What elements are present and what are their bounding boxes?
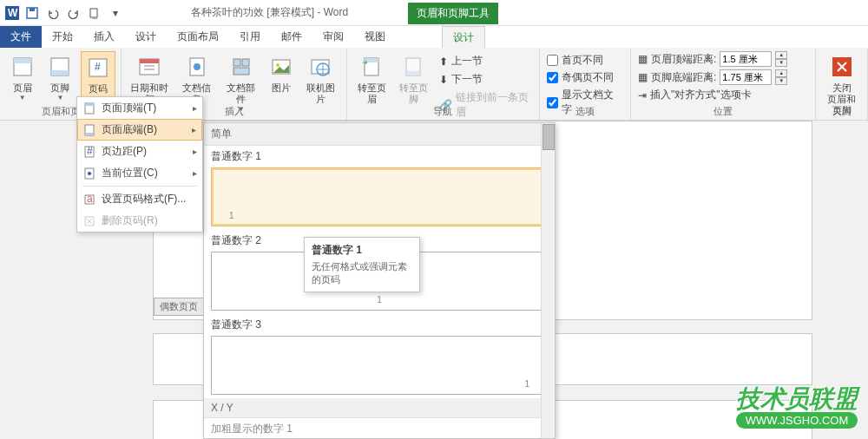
svg-text:#: # [95, 61, 101, 73]
page-bottom-icon [82, 123, 96, 137]
gallery-item-plain1[interactable]: 普通数字 1 1 [204, 146, 555, 230]
tab-insert[interactable]: 插入 [83, 26, 125, 48]
diff-first-checkbox[interactable]: 首页不同 [547, 53, 623, 68]
dd-separator [82, 186, 197, 187]
even-footer-tag: 偶数页页 [154, 298, 204, 316]
dd-page-bottom[interactable]: 页面底端(B)▸ [77, 119, 202, 141]
tab-mailings[interactable]: 邮件 [271, 26, 312, 48]
goto-footer-icon [399, 53, 427, 81]
svg-rect-30 [85, 103, 94, 106]
tooltip-title: 普通数字 1 [312, 243, 412, 258]
goto-footer-button[interactable]: 转至页脚 [394, 51, 432, 107]
current-pos-icon [82, 167, 96, 180]
gallery-item-plain3[interactable]: 普通数字 3 1 [204, 314, 555, 398]
chevron-right-icon: ▸ [193, 147, 197, 156]
docinfo-icon [183, 53, 211, 81]
prev-icon: ⬆ [439, 56, 448, 68]
contextual-tab-header: 页眉和页脚工具 [408, 0, 498, 26]
chevron-right-icon: ▸ [193, 103, 197, 113]
header-spin-down[interactable]: ▼ [775, 59, 787, 67]
svg-text:#: # [87, 146, 93, 157]
redo-icon[interactable] [64, 3, 83, 23]
svg-rect-32 [85, 133, 94, 135]
picture-button[interactable]: 图片 [266, 51, 297, 95]
gallery-item-bold1[interactable]: 加粗显示的数字 1 [204, 418, 555, 439]
svg-rect-6 [14, 58, 31, 63]
svg-text:W: W [8, 7, 18, 19]
gallery-header-xy: X / Y [204, 398, 555, 418]
header-icon [9, 53, 36, 81]
footer-bottom-label: 页脚底端距离: [651, 70, 716, 85]
word-app-icon: W [3, 4, 21, 22]
tab-view[interactable]: 视图 [354, 26, 396, 48]
dd-current-position[interactable]: 当前位置(C)▸ [77, 162, 202, 184]
dd-page-margins[interactable]: # 页边距(P)▸ [77, 141, 202, 162]
qat-customize-icon[interactable]: ▾ [106, 3, 125, 23]
svg-point-16 [194, 63, 201, 70]
tab-review[interactable]: 审阅 [312, 26, 354, 48]
tab-design[interactable]: 设计 [125, 26, 167, 48]
tooltip-body: 无任何格式或强调元素的页码 [312, 260, 412, 286]
footer-bottom-input[interactable] [720, 69, 772, 85]
tab-hf-design[interactable]: 设计 [442, 26, 485, 48]
svg-rect-3 [30, 8, 35, 11]
header-top-input[interactable] [720, 51, 772, 67]
footer-spin-down[interactable]: ▼ [775, 77, 787, 85]
svg-text:a: a [87, 193, 93, 205]
header-button[interactable]: 页眉▼ [5, 51, 40, 103]
ribbon-tabs: 文件 开始 插入 设计 页面布局 引用 邮件 审阅 视图 设计 [0, 26, 868, 48]
page-number-icon: # [84, 54, 112, 82]
svg-rect-17 [233, 59, 240, 66]
insert-align-tab-button[interactable]: ⇥ 插入"对齐方式"选项卡 [638, 88, 808, 102]
svg-point-21 [276, 63, 279, 67]
next-section-button[interactable]: ⬇下一节 [437, 71, 531, 88]
page-margins-icon: # [82, 145, 96, 159]
svg-rect-12 [140, 59, 159, 63]
quickparts-icon [227, 53, 255, 81]
datetime-icon [135, 53, 163, 81]
align-tab-icon: ⇥ [638, 89, 647, 102]
dd-format-page-number[interactable]: a 设置页码格式(F)... [77, 188, 202, 210]
svg-rect-27 [406, 71, 420, 75]
close-icon [828, 53, 856, 81]
gallery-tooltip: 普通数字 1 无任何格式或强调元素的页码 [304, 237, 420, 292]
footer-spin-up[interactable]: ▲ [775, 69, 787, 77]
tab-layout[interactable]: 页面布局 [167, 26, 229, 48]
svg-point-36 [88, 172, 91, 175]
picture-icon [267, 53, 295, 81]
diff-oddeven-checkbox[interactable]: 奇偶页不同 [547, 70, 623, 85]
qat-more-icon[interactable] [85, 3, 104, 23]
chevron-right-icon: ▸ [193, 168, 197, 178]
footer-button[interactable]: 页脚▼ [43, 51, 78, 103]
group-label-position: 位置 [631, 105, 815, 118]
goto-header-icon [358, 53, 385, 81]
prev-section-button[interactable]: ⬆上一节 [437, 53, 531, 69]
online-picture-button[interactable]: 联机图片 [300, 51, 341, 107]
title-bar: W ▾ 各种茶叶的功效 [兼容模式] - Word 页眉和页脚工具 [0, 0, 868, 26]
gallery-scrollbar[interactable] [541, 123, 555, 438]
tab-references[interactable]: 引用 [229, 26, 271, 48]
tab-file[interactable]: 文件 [0, 26, 42, 48]
header-spin-up[interactable]: ▲ [775, 51, 787, 59]
next-icon: ⬇ [439, 74, 448, 86]
dd-page-top[interactable]: 页面顶端(T)▸ [77, 97, 202, 119]
header-top-label: 页眉顶端距离: [651, 52, 716, 67]
svg-rect-4 [90, 9, 97, 17]
footer-bottom-icon: ▦ [638, 71, 648, 83]
svg-rect-22 [312, 60, 329, 74]
page-number-dropdown: 页面顶端(T)▸ 页面底端(B)▸ # 页边距(P)▸ 当前位置(C)▸ a 设… [76, 96, 203, 233]
undo-icon[interactable] [43, 3, 62, 23]
chevron-right-icon: ▸ [192, 125, 196, 134]
format-icon: a [82, 193, 96, 206]
group-label-close: 关闭 [816, 105, 867, 118]
page-top-icon [82, 102, 96, 115]
tab-home[interactable]: 开始 [42, 26, 83, 48]
save-icon[interactable] [23, 3, 42, 23]
group-label-options: 选项 [540, 105, 630, 118]
footer-icon [46, 53, 74, 81]
goto-header-button[interactable]: 转至页眉 [352, 51, 391, 107]
watermark: 技术员联盟 WWW.JSGHO.COM [736, 383, 858, 429]
group-label-nav: 导航 [347, 105, 539, 118]
svg-rect-18 [242, 59, 249, 66]
dd-remove-page-number: 删除页码(R) [77, 210, 202, 232]
